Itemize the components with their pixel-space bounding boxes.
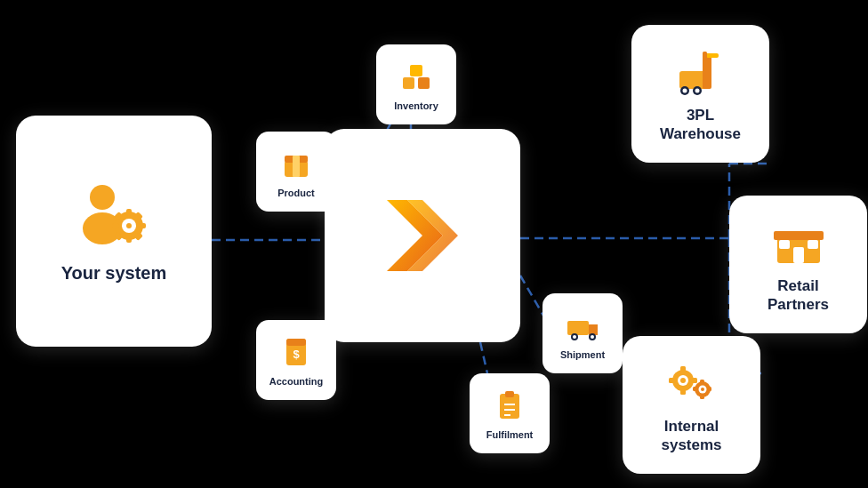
3pl-icon [672, 44, 729, 101]
hub-node [325, 129, 520, 342]
diagram-container: Your system Product [0, 0, 868, 488]
accounting-label: Accounting [269, 376, 324, 387]
svg-text:$: $ [293, 348, 300, 361]
svg-rect-31 [293, 156, 300, 177]
svg-point-41 [573, 335, 576, 339]
inventory-node: Inventory [376, 44, 456, 124]
svg-point-55 [695, 89, 699, 93]
3pl-warehouse-node: 3PL Warehouse [631, 25, 769, 163]
svg-point-64 [680, 378, 686, 383]
svg-rect-59 [793, 247, 804, 263]
3pl-label: 3PL Warehouse [660, 107, 741, 143]
inventory-label: Inventory [394, 100, 438, 111]
svg-point-43 [591, 335, 594, 339]
svg-rect-36 [286, 339, 306, 346]
svg-rect-68 [692, 378, 697, 383]
svg-rect-67 [669, 378, 674, 383]
svg-line-6 [480, 342, 487, 373]
product-label: Product [277, 188, 315, 198]
shipment-node: Shipment [542, 293, 623, 373]
your-system-label: Your system [61, 263, 167, 284]
internal-label: Internal systems [661, 418, 721, 454]
shipment-label: Shipment [560, 349, 605, 360]
retail-partners-node: Retail Partners [729, 196, 867, 333]
inventory-icon [398, 58, 435, 99]
svg-point-13 [90, 185, 115, 210]
svg-rect-38 [567, 321, 589, 335]
svg-rect-34 [410, 65, 422, 76]
svg-rect-51 [706, 53, 719, 58]
svg-rect-75 [708, 387, 711, 391]
svg-rect-32 [403, 77, 414, 89]
svg-rect-72 [700, 380, 704, 383]
svg-rect-20 [139, 223, 146, 228]
svg-rect-49 [679, 71, 706, 89]
accounting-icon: $ [277, 333, 315, 374]
svg-rect-61 [808, 240, 818, 249]
svg-rect-45 [505, 391, 514, 397]
fulfilment-icon [491, 387, 528, 428]
svg-rect-33 [418, 77, 430, 89]
fulfilment-label: Fulfilment [486, 429, 534, 440]
svg-rect-66 [680, 389, 686, 395]
svg-point-71 [701, 388, 704, 391]
svg-rect-18 [126, 236, 132, 243]
your-system-node: Your system [16, 116, 212, 347]
svg-point-53 [682, 89, 687, 93]
svg-rect-74 [693, 387, 696, 391]
your-system-icon [74, 180, 154, 254]
svg-rect-58 [774, 231, 824, 240]
product-icon [277, 145, 315, 186]
svg-rect-56 [703, 52, 707, 89]
svg-point-26 [126, 223, 132, 228]
shipment-icon [564, 307, 601, 348]
retail-label: Retail Partners [768, 277, 829, 314]
svg-rect-73 [700, 396, 704, 399]
svg-rect-60 [779, 240, 790, 249]
internal-icon [663, 356, 720, 412]
internal-systems-node: Internal systems [623, 336, 760, 474]
accounting-node: $ Accounting [256, 320, 336, 400]
product-node: Product [256, 132, 336, 212]
fulfilment-node: Fulfilment [470, 373, 550, 453]
svg-rect-19 [112, 223, 119, 228]
svg-marker-27 [387, 200, 443, 271]
retail-icon [770, 215, 827, 272]
svg-rect-17 [126, 209, 132, 216]
svg-rect-65 [680, 366, 686, 372]
